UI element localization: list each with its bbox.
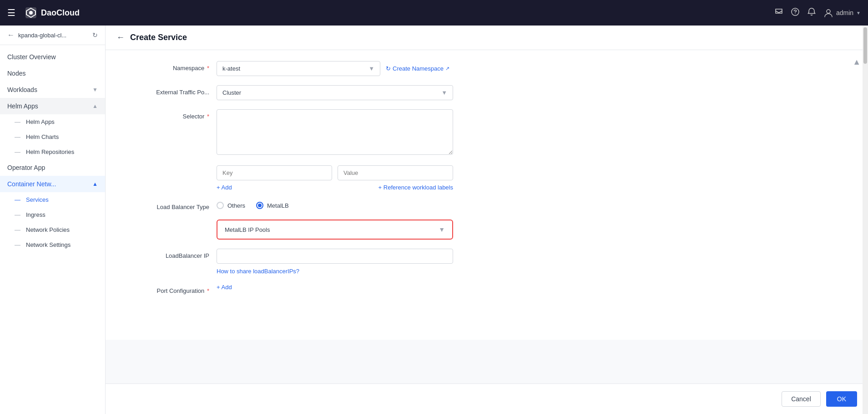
dash-icon: — <box>15 118 20 125</box>
metallb-spacer <box>127 220 209 223</box>
port-config-label: Port Configuration * <box>127 284 209 294</box>
nodes-label: Nodes <box>7 70 25 77</box>
metallb-ip-pools-label: MetalLB IP Pools <box>225 226 284 233</box>
selector-control <box>217 109 453 156</box>
others-radio-circle <box>217 202 224 209</box>
cluster-name: kpanda-global-cl... <box>18 32 89 39</box>
external-traffic-caret-icon: ▼ <box>441 89 447 96</box>
metallb-ip-pools-row: MetalLB IP Pools ▼ <box>127 220 846 240</box>
cluster-selector[interactable]: ← kpanda-global-cl... ↻ <box>0 26 105 45</box>
metallb-ip-pools-dropdown: ▼ <box>284 226 445 233</box>
required-marker: * <box>207 113 209 120</box>
page-header: ← Create Service <box>106 26 868 50</box>
metallb-ip-pools-control: MetalLB IP Pools ▼ <box>217 220 453 240</box>
value-input[interactable] <box>338 165 453 180</box>
create-namespace-link[interactable]: ↻ Create Namespace ↗ <box>386 65 449 72</box>
load-balancer-type-radio-group: Others MetalLB <box>217 200 453 209</box>
sidebar-sub-ingress[interactable]: — Ingress <box>0 207 105 222</box>
help-icon[interactable] <box>791 7 800 19</box>
sidebar-item-container-netw[interactable]: Container Netw... ▲ <box>0 176 105 192</box>
reference-workload-labels-button[interactable]: + Reference workload labels <box>378 184 453 191</box>
sidebar-sub-helm-repositories[interactable]: — Helm Repositories <box>0 144 105 159</box>
dash-icon: — <box>15 241 20 248</box>
container-netw-chevron-icon: ▲ <box>92 181 98 187</box>
cluster-overview-label: Cluster Overview <box>7 53 56 61</box>
dash-icon: — <box>15 148 20 155</box>
container-netw-label: Container Netw... <box>7 180 56 188</box>
port-config-control: + Add <box>217 284 453 291</box>
sidebar-sub-services[interactable]: — Services <box>0 192 105 207</box>
sidebar-nav: Cluster Overview Nodes Workloads ▼ Helm … <box>0 45 105 256</box>
message-icon[interactable] <box>774 7 783 19</box>
others-radio[interactable]: Others <box>217 202 245 209</box>
sidebar-item-cluster-overview[interactable]: Cluster Overview <box>0 49 105 65</box>
loadbalancer-ip-input[interactable] <box>217 249 453 264</box>
metallb-radio[interactable]: MetalLB <box>256 202 289 209</box>
kv-control: + Add + Reference workload labels <box>217 165 453 191</box>
scrollbar-thumb[interactable] <box>863 27 867 64</box>
add-kv-button[interactable]: + Add <box>217 184 232 191</box>
main-content: ← Create Service Namespace * k-atest ▼ <box>106 26 868 414</box>
sidebar-item-helm-apps[interactable]: Helm Apps ▲ <box>0 98 105 114</box>
namespace-label: Namespace * <box>127 61 209 72</box>
collapse-button[interactable] <box>853 57 861 67</box>
namespace-input-row: k-atest ▼ ↻ Create Namespace ↗ <box>217 61 453 76</box>
svg-point-3 <box>795 13 796 14</box>
back-arrow-icon[interactable]: ← <box>7 31 15 39</box>
selector-textarea[interactable] <box>217 109 453 155</box>
loadbalancer-ip-control: How to share loadBalancerIPs? <box>217 249 453 275</box>
namespace-row: Namespace * k-atest ▼ ↻ Create Namespace… <box>127 61 846 76</box>
sidebar-sub-helm-charts[interactable]: — Helm Charts <box>0 129 105 144</box>
dash-icon: — <box>15 226 20 233</box>
app-logo: DaoCloud <box>25 6 80 19</box>
key-value-inputs <box>217 165 453 180</box>
back-button[interactable]: ← <box>116 33 125 42</box>
sidebar-item-nodes[interactable]: Nodes <box>0 65 105 82</box>
load-balancer-type-label: Load Balancer Type <box>127 200 209 210</box>
user-menu[interactable]: admin ▼ <box>823 8 861 18</box>
workloads-chevron-icon: ▼ <box>92 87 98 93</box>
external-traffic-select[interactable]: Cluster ▼ <box>217 85 453 100</box>
refresh-ns-icon: ↻ <box>386 65 391 72</box>
sidebar-sub-network-policies[interactable]: — Network Policies <box>0 222 105 237</box>
namespace-control: k-atest ▼ ↻ Create Namespace ↗ <box>217 61 453 76</box>
required-marker: * <box>207 287 209 294</box>
required-marker: * <box>207 65 209 72</box>
refresh-icon[interactable]: ↻ <box>92 31 98 39</box>
operator-app-label: Operator App <box>7 164 45 171</box>
hamburger-menu[interactable]: ☰ <box>7 7 15 18</box>
sidebar-item-operator-app[interactable]: Operator App <box>0 159 105 176</box>
top-navigation: ☰ DaoCloud admin ▼ <box>0 0 868 26</box>
key-value-row: + Add + Reference workload labels <box>127 165 846 191</box>
external-traffic-label: External Traffic Po... <box>127 85 209 96</box>
svg-point-4 <box>827 10 830 13</box>
page-title: Create Service <box>130 33 187 42</box>
logo-text: DaoCloud <box>41 8 80 18</box>
cancel-button[interactable]: Cancel <box>782 391 821 407</box>
load-balancer-type-row: Load Balancer Type Others MetalLB <box>127 200 846 210</box>
share-link[interactable]: How to share loadBalancerIPs? <box>217 268 299 275</box>
sidebar-item-workloads[interactable]: Workloads ▼ <box>0 82 105 98</box>
sidebar-sub-helm-apps[interactable]: — Helm Apps <box>0 114 105 129</box>
loadbalancer-ip-row: LoadBalancer IP How to share loadBalance… <box>127 249 846 275</box>
create-service-form: Namespace * k-atest ▼ ↻ Create Namespace… <box>106 50 868 340</box>
sidebar-sub-network-settings[interactable]: — Network Settings <box>0 237 105 252</box>
external-link-icon: ↗ <box>445 66 449 72</box>
kv-spacer <box>127 165 209 169</box>
dash-icon: — <box>15 133 20 140</box>
form-footer: Cancel OK <box>106 383 868 414</box>
namespace-select[interactable]: k-atest ▼ <box>217 61 380 76</box>
username: admin <box>836 9 853 16</box>
sidebar: ← kpanda-global-cl... ↻ Cluster Overview… <box>0 26 106 414</box>
kv-actions: + Add + Reference workload labels <box>217 184 453 191</box>
ok-button[interactable]: OK <box>826 391 857 407</box>
svg-point-1 <box>29 11 33 15</box>
namespace-caret-icon: ▼ <box>368 65 374 72</box>
dash-icon: — <box>15 211 20 218</box>
add-port-button[interactable]: + Add <box>217 284 453 291</box>
metallb-ip-pools-select[interactable]: MetalLB IP Pools ▼ <box>217 220 453 240</box>
key-input[interactable] <box>217 165 332 180</box>
scrollbar-track <box>863 26 868 414</box>
selector-label: Selector * <box>127 109 209 120</box>
bell-icon[interactable] <box>807 7 816 19</box>
